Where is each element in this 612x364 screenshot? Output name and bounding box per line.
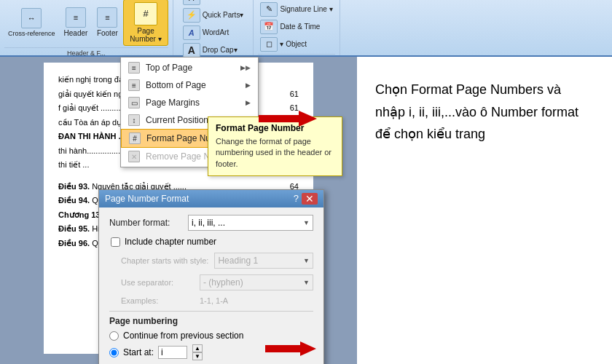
footer-button[interactable]: ≡ Footer bbox=[93, 6, 122, 39]
date-time-button[interactable]: 📅 Date & Time bbox=[258, 19, 334, 35]
dialog-close-button[interactable]: ✕ bbox=[302, 193, 318, 205]
instruction-panel: Chọn Format Page Numbers và nhập i, ii, … bbox=[357, 57, 612, 364]
dialog-body: Number format: i, ii, iii, ... ▼ Include… bbox=[99, 207, 323, 364]
signature-line-button[interactable]: ✎ Signature Line ▾ bbox=[258, 1, 334, 17]
wordart-icon: A bbox=[183, 25, 200, 40]
ribbon: ↔ Cross-reference ≡ Header ≡ Footer # Pa… bbox=[0, 0, 612, 57]
continue-label: Continue from previous section bbox=[123, 331, 243, 341]
quick-parts-icon: ⚡ bbox=[183, 8, 200, 23]
page-number-icon: # bbox=[134, 2, 157, 25]
red-arrow-dialog bbox=[265, 341, 316, 358]
number-format-select[interactable]: i, ii, iii, ... ▼ bbox=[188, 215, 313, 231]
dialog-title-bar: Page Number Format ? ✕ bbox=[99, 190, 323, 207]
menu-top-of-page[interactable]: ≡ Top of Page ▶ bbox=[121, 59, 258, 76]
include-chapter-row: Include chapter number bbox=[111, 237, 313, 247]
spinbox-down[interactable]: ▼ bbox=[192, 352, 203, 360]
examples-row: Examples: 1-1, 1-A bbox=[121, 296, 313, 305]
menu-page-margins[interactable]: ▭ Page Margins ▶ bbox=[121, 94, 258, 111]
include-chapter-label: Include chapter number bbox=[125, 237, 216, 247]
remove-page-numbers-icon: ✕ bbox=[128, 151, 140, 162]
dialog-separator bbox=[109, 311, 313, 312]
spinbox-arrows: ▲ ▼ bbox=[192, 344, 203, 360]
ribbon-group-siglines: ✎ Signature Line ▾ 📅 Date & Time ◻ ▾ Obj… bbox=[254, 0, 340, 55]
start-at-label: Start at: bbox=[123, 347, 154, 357]
text-group-row: A Text Box▾ ⚡ Quick Parts▾ A WordArt A D… bbox=[178, 0, 249, 60]
object-button[interactable]: ◻ ▾ Object bbox=[258, 36, 334, 52]
bottom-of-page-icon: ≡ bbox=[128, 79, 140, 91]
cross-reference-button[interactable]: ↔ Cross-reference bbox=[4, 7, 59, 39]
header-button[interactable]: ≡ Header bbox=[60, 6, 92, 39]
text-box-icon: A bbox=[183, 0, 200, 5]
red-arrow-1 bbox=[259, 111, 317, 129]
header-footer-group-label: Header & F... bbox=[4, 47, 168, 57]
separator-row: Use separator: - (hyphen) ▼ bbox=[121, 274, 313, 290]
format-page-numbers-icon: # bbox=[129, 132, 141, 144]
cross-ref-icon: ↔ bbox=[21, 8, 42, 28]
chapter-style-row: Chapter starts with style: Heading 1 ▼ bbox=[121, 253, 313, 269]
tooltip-text: Change the format of page numbering used… bbox=[216, 136, 334, 170]
wordart-button[interactable]: A WordArt bbox=[181, 25, 246, 41]
page-margins-icon: ▭ bbox=[128, 97, 140, 108]
sig-line-icon: ✎ bbox=[260, 2, 278, 17]
separator-select: - (hyphen) ▼ bbox=[200, 274, 313, 290]
text-box-button[interactable]: A Text Box▾ bbox=[181, 0, 246, 6]
separator-label: Use separator: bbox=[121, 278, 194, 287]
header-icon: ≡ bbox=[66, 7, 86, 28]
number-format-row: Number format: i, ii, iii, ... ▼ bbox=[109, 215, 313, 231]
instruction-text: Chọn Format Page Numbers và nhập i, ii, … bbox=[375, 79, 594, 146]
page-number-button[interactable]: # PageNumber ▾ bbox=[123, 0, 168, 46]
examples-label: Examples: bbox=[121, 296, 194, 305]
dialog-title: Page Number Format bbox=[105, 194, 189, 204]
chapter-style-label: Chapter starts with style: bbox=[121, 256, 208, 265]
dialog-question-button[interactable]: ? bbox=[294, 193, 299, 205]
drop-cap-icon: A bbox=[183, 43, 200, 58]
siglines-group-label bbox=[258, 54, 334, 56]
separator-value: - (hyphen) bbox=[203, 277, 243, 288]
page-number-format-dialog: Page Number Format ? ✕ Number format: i,… bbox=[98, 189, 324, 364]
ribbon-group-header-footer: ↔ Cross-reference ≡ Header ≡ Footer # Pa… bbox=[0, 0, 173, 55]
number-format-value: i, ii, iii, ... bbox=[192, 218, 225, 228]
dialog-controls: ? ✕ bbox=[294, 193, 318, 205]
svg-marker-1 bbox=[265, 341, 316, 356]
spinbox-up[interactable]: ▲ bbox=[192, 344, 203, 352]
menu-bottom-of-page[interactable]: ≡ Bottom of Page ▶ bbox=[121, 76, 258, 94]
examples-value: 1-1, 1-A bbox=[200, 296, 228, 305]
drop-cap-button[interactable]: A Drop Cap▾ bbox=[181, 42, 246, 58]
start-at-value: i bbox=[161, 347, 163, 357]
page-numbering-title: Page numbering bbox=[109, 316, 313, 326]
continue-radio-row: Continue from previous section bbox=[109, 331, 313, 341]
current-position-icon: ↕ bbox=[128, 114, 140, 126]
chapter-style-select: Heading 1 ▼ bbox=[214, 253, 313, 269]
continue-radio[interactable] bbox=[109, 331, 119, 341]
top-of-page-icon: ≡ bbox=[128, 62, 140, 74]
object-icon: ◻ bbox=[260, 37, 278, 52]
svg-marker-0 bbox=[259, 111, 317, 127]
chapter-style-value: Heading 1 bbox=[218, 256, 258, 266]
number-format-label: Number format: bbox=[109, 218, 182, 228]
include-chapter-checkbox[interactable] bbox=[111, 237, 120, 247]
quick-parts-button[interactable]: ⚡ Quick Parts▾ bbox=[181, 7, 246, 23]
footer-icon: ≡ bbox=[97, 7, 117, 28]
start-at-spinbox[interactable]: i bbox=[158, 346, 187, 359]
date-time-icon: 📅 bbox=[260, 20, 278, 34]
ribbon-group-text: A Text Box▾ ⚡ Quick Parts▾ A WordArt A D… bbox=[173, 0, 254, 55]
number-format-arrow: ▼ bbox=[303, 219, 310, 226]
start-at-radio[interactable] bbox=[109, 348, 119, 357]
